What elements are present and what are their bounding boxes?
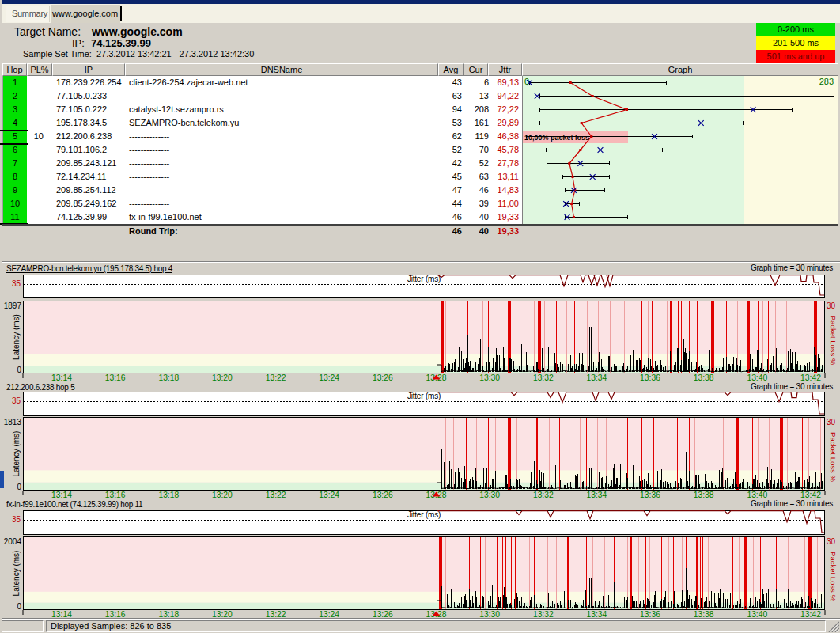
- svg-text:212.200.6.238 hop 5: 212.200.6.238 hop 5: [6, 383, 75, 392]
- svg-text:35: 35: [12, 279, 21, 288]
- svg-text:13:36: 13:36: [640, 373, 660, 382]
- svg-text:13:18: 13:18: [158, 373, 179, 382]
- svg-text:0: 0: [17, 366, 21, 374]
- svg-text:13:20: 13:20: [212, 373, 233, 382]
- svg-text:Packet Loss %: Packet Loss %: [829, 432, 838, 482]
- svg-text:13:18: 13:18: [158, 491, 179, 499]
- svg-text:Packet Loss %: Packet Loss %: [829, 316, 838, 366]
- svg-text:fx-in-f99.1e100.net (74.125.39: fx-in-f99.1e100.net (74.125.39.99) hop 1…: [6, 500, 143, 509]
- svg-text:Jitter (ms): Jitter (ms): [407, 510, 441, 519]
- svg-text:13:26: 13:26: [373, 373, 393, 382]
- svg-text:13:30: 13:30: [479, 373, 500, 382]
- svg-text:13:26: 13:26: [373, 491, 393, 499]
- svg-text:13:14: 13:14: [51, 491, 72, 499]
- svg-text:0: 0: [17, 602, 21, 611]
- svg-text:35: 35: [12, 396, 21, 405]
- svg-text:Graph time = 30 minutes: Graph time = 30 minutes: [751, 263, 833, 272]
- svg-text:13:22: 13:22: [266, 373, 286, 382]
- svg-text:13:14: 13:14: [51, 373, 72, 382]
- svg-text:2004: 2004: [4, 537, 22, 546]
- svg-text:13:38: 13:38: [694, 373, 714, 382]
- svg-text:13:16: 13:16: [105, 491, 126, 499]
- svg-text:30: 30: [827, 418, 836, 426]
- svg-text:13:42: 13:42: [800, 491, 821, 499]
- svg-text:Latency (ms): Latency (ms): [12, 431, 21, 477]
- svg-text:13:34: 13:34: [587, 491, 607, 499]
- svg-text:13:30: 13:30: [479, 491, 500, 499]
- svg-text:0: 0: [17, 483, 21, 491]
- svg-text:Jitter (ms): Jitter (ms): [407, 275, 441, 283]
- svg-text:13:38: 13:38: [694, 491, 714, 499]
- svg-text:30: 30: [827, 301, 836, 310]
- svg-text:35: 35: [12, 515, 21, 524]
- svg-text:13:40: 13:40: [747, 491, 767, 499]
- svg-text:1813: 1813: [4, 418, 22, 426]
- svg-text:13:40: 13:40: [747, 373, 767, 382]
- svg-text:Packet Loss %: Packet Loss %: [829, 552, 838, 601]
- svg-text:Graph time = 30 minutes: Graph time = 30 minutes: [751, 382, 833, 391]
- svg-text:13:24: 13:24: [319, 491, 339, 499]
- svg-text:13:16: 13:16: [105, 373, 126, 382]
- svg-text:13:32: 13:32: [533, 491, 554, 499]
- svg-text:Latency (ms): Latency (ms): [12, 314, 21, 360]
- svg-text:Latency (ms): Latency (ms): [12, 551, 21, 597]
- svg-text:1897: 1897: [4, 301, 22, 310]
- svg-text:13:20: 13:20: [212, 491, 233, 499]
- svg-text:Jitter (ms): Jitter (ms): [407, 392, 441, 400]
- svg-text:13:42: 13:42: [800, 373, 821, 382]
- svg-text:13:34: 13:34: [587, 373, 607, 382]
- svg-text:30: 30: [827, 537, 836, 546]
- svg-text:13:24: 13:24: [319, 373, 339, 382]
- svg-text:13:22: 13:22: [266, 491, 286, 499]
- svg-text:13:32: 13:32: [533, 373, 554, 382]
- svg-text:13:36: 13:36: [640, 491, 660, 499]
- svg-text:SEZAMPRO-bcn.telekom.yu (195.1: SEZAMPRO-bcn.telekom.yu (195.178.34.5) h…: [6, 264, 173, 273]
- svg-text:Graph time = 30 minutes: Graph time = 30 minutes: [751, 499, 833, 508]
